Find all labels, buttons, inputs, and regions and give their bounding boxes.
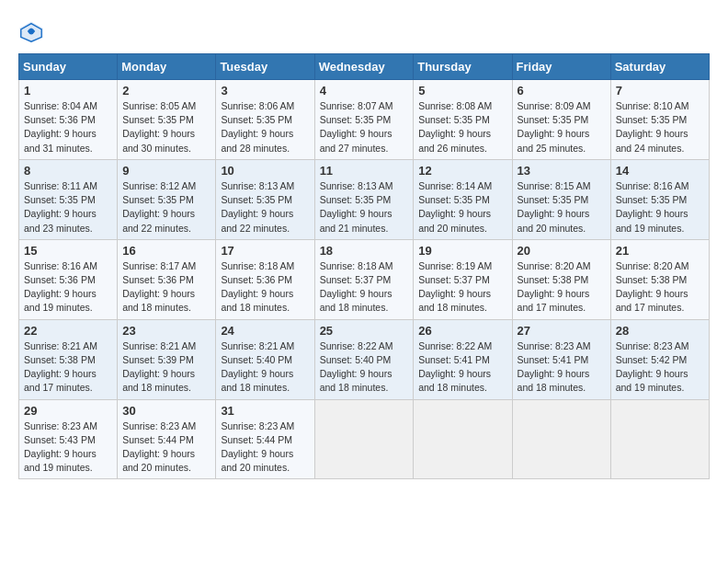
- sunrise: Sunrise: 8:18 AM: [221, 260, 294, 271]
- sunset: Sunset: 5:39 PM: [122, 354, 194, 365]
- day-cell: 1 Sunrise: 8:04 AM Sunset: 5:36 PM Dayli…: [19, 80, 118, 160]
- day-info: Sunrise: 8:21 AM Sunset: 5:39 PM Dayligh…: [122, 339, 210, 396]
- week-row-2: 8 Sunrise: 8:11 AM Sunset: 5:35 PM Dayli…: [19, 159, 710, 239]
- daylight: Daylight: 9 hours and 19 minutes.: [616, 368, 688, 393]
- day-cell: 2 Sunrise: 8:05 AM Sunset: 5:35 PM Dayli…: [118, 80, 216, 160]
- sunrise: Sunrise: 8:15 AM: [518, 180, 591, 191]
- daylight: Daylight: 9 hours and 30 minutes.: [122, 128, 195, 153]
- day-info: Sunrise: 8:18 AM Sunset: 5:37 PM Dayligh…: [320, 259, 409, 316]
- sunset: Sunset: 5:41 PM: [418, 354, 490, 365]
- day-number: 16: [122, 244, 210, 258]
- daylight: Daylight: 9 hours and 26 minutes.: [418, 128, 491, 153]
- day-number: 14: [616, 164, 704, 178]
- sunrise: Sunrise: 8:13 AM: [320, 180, 393, 191]
- day-cell: [610, 399, 709, 479]
- day-info: Sunrise: 8:19 AM Sunset: 5:37 PM Dayligh…: [418, 259, 506, 316]
- sunset: Sunset: 5:35 PM: [418, 194, 490, 205]
- day-number: 13: [518, 164, 606, 178]
- day-number: 22: [24, 324, 112, 338]
- day-info: Sunrise: 8:18 AM Sunset: 5:36 PM Dayligh…: [221, 259, 309, 316]
- day-number: 26: [418, 324, 506, 338]
- day-info: Sunrise: 8:16 AM Sunset: 5:36 PM Dayligh…: [24, 259, 112, 316]
- day-number: 9: [122, 164, 210, 178]
- day-number: 27: [518, 324, 606, 338]
- day-number: 31: [221, 404, 309, 418]
- day-info: Sunrise: 8:13 AM Sunset: 5:35 PM Dayligh…: [221, 179, 309, 236]
- day-info: Sunrise: 8:16 AM Sunset: 5:35 PM Dayligh…: [616, 179, 704, 236]
- sunrise: Sunrise: 8:23 AM: [24, 420, 97, 431]
- day-number: 20: [518, 244, 606, 258]
- sunset: Sunset: 5:36 PM: [24, 274, 96, 285]
- sunset: Sunset: 5:42 PM: [616, 354, 688, 365]
- day-number: 4: [320, 84, 409, 98]
- day-info: Sunrise: 8:17 AM Sunset: 5:36 PM Dayligh…: [122, 259, 210, 316]
- day-cell: 21 Sunrise: 8:20 AM Sunset: 5:38 PM Dayl…: [610, 239, 709, 319]
- daylight: Daylight: 9 hours and 18 minutes.: [221, 288, 293, 313]
- daylight: Daylight: 9 hours and 18 minutes.: [418, 368, 491, 393]
- sunset: Sunset: 5:40 PM: [320, 354, 392, 365]
- day-info: Sunrise: 8:11 AM Sunset: 5:35 PM Dayligh…: [24, 179, 112, 236]
- day-cell: 9 Sunrise: 8:12 AM Sunset: 5:35 PM Dayli…: [118, 159, 216, 239]
- sunrise: Sunrise: 8:20 AM: [616, 260, 689, 271]
- sunset: Sunset: 5:36 PM: [122, 274, 194, 285]
- sunrise: Sunrise: 8:04 AM: [24, 100, 97, 111]
- sunset: Sunset: 5:43 PM: [24, 434, 96, 445]
- sunrise: Sunrise: 8:23 AM: [122, 420, 196, 431]
- sunrise: Sunrise: 8:16 AM: [24, 260, 97, 271]
- col-header-tuesday: Tuesday: [216, 54, 314, 80]
- day-info: Sunrise: 8:21 AM Sunset: 5:40 PM Dayligh…: [221, 339, 309, 396]
- day-number: 28: [616, 324, 704, 338]
- day-cell: 27 Sunrise: 8:23 AM Sunset: 5:41 PM Dayl…: [512, 319, 610, 399]
- sunset: Sunset: 5:40 PM: [221, 354, 292, 365]
- day-info: Sunrise: 8:22 AM Sunset: 5:41 PM Dayligh…: [418, 339, 506, 396]
- day-cell: 12 Sunrise: 8:14 AM Sunset: 5:35 PM Dayl…: [414, 159, 512, 239]
- day-info: Sunrise: 8:08 AM Sunset: 5:35 PM Dayligh…: [418, 99, 506, 155]
- week-row-5: 29 Sunrise: 8:23 AM Sunset: 5:43 PM Dayl…: [19, 399, 710, 479]
- sunset: Sunset: 5:35 PM: [122, 114, 194, 125]
- day-cell: 17 Sunrise: 8:18 AM Sunset: 5:36 PM Dayl…: [216, 239, 314, 319]
- sunrise: Sunrise: 8:10 AM: [616, 100, 689, 111]
- daylight: Daylight: 9 hours and 22 minutes.: [122, 208, 195, 233]
- day-number: 23: [122, 324, 210, 338]
- sunrise: Sunrise: 8:11 AM: [24, 180, 97, 191]
- sunrise: Sunrise: 8:22 AM: [418, 340, 492, 351]
- day-cell: 5 Sunrise: 8:08 AM Sunset: 5:35 PM Dayli…: [414, 80, 512, 160]
- day-cell: 19 Sunrise: 8:19 AM Sunset: 5:37 PM Dayl…: [414, 239, 512, 319]
- day-cell: 26 Sunrise: 8:22 AM Sunset: 5:41 PM Dayl…: [414, 319, 512, 399]
- day-number: 8: [24, 164, 112, 178]
- day-cell: 31 Sunrise: 8:23 AM Sunset: 5:44 PM Dayl…: [216, 399, 314, 479]
- daylight: Daylight: 9 hours and 17 minutes.: [24, 368, 97, 393]
- sunset: Sunset: 5:44 PM: [122, 434, 194, 445]
- day-cell: 22 Sunrise: 8:21 AM Sunset: 5:38 PM Dayl…: [19, 319, 118, 399]
- day-info: Sunrise: 8:14 AM Sunset: 5:35 PM Dayligh…: [418, 179, 506, 236]
- sunset: Sunset: 5:35 PM: [418, 114, 490, 125]
- day-info: Sunrise: 8:07 AM Sunset: 5:35 PM Dayligh…: [320, 99, 409, 155]
- sunrise: Sunrise: 8:06 AM: [221, 100, 294, 111]
- day-info: Sunrise: 8:04 AM Sunset: 5:36 PM Dayligh…: [24, 99, 112, 155]
- sunrise: Sunrise: 8:23 AM: [518, 340, 591, 351]
- day-info: Sunrise: 8:20 AM Sunset: 5:38 PM Dayligh…: [616, 259, 704, 316]
- day-info: Sunrise: 8:22 AM Sunset: 5:40 PM Dayligh…: [320, 339, 409, 396]
- sunrise: Sunrise: 8:18 AM: [320, 260, 393, 271]
- day-cell: [314, 399, 414, 479]
- col-header-sunday: Sunday: [19, 54, 118, 80]
- daylight: Daylight: 9 hours and 17 minutes.: [616, 288, 688, 313]
- day-cell: 24 Sunrise: 8:21 AM Sunset: 5:40 PM Dayl…: [216, 319, 314, 399]
- day-number: 2: [122, 84, 210, 98]
- day-info: Sunrise: 8:23 AM Sunset: 5:44 PM Dayligh…: [122, 419, 210, 476]
- day-info: Sunrise: 8:20 AM Sunset: 5:38 PM Dayligh…: [518, 259, 606, 316]
- day-info: Sunrise: 8:23 AM Sunset: 5:41 PM Dayligh…: [518, 339, 606, 396]
- sunrise: Sunrise: 8:16 AM: [616, 180, 689, 191]
- day-cell: 25 Sunrise: 8:22 AM Sunset: 5:40 PM Dayl…: [314, 319, 414, 399]
- sunrise: Sunrise: 8:23 AM: [616, 340, 689, 351]
- sunset: Sunset: 5:35 PM: [616, 194, 688, 205]
- day-number: 30: [122, 404, 210, 418]
- week-row-1: 1 Sunrise: 8:04 AM Sunset: 5:36 PM Dayli…: [19, 80, 710, 160]
- sunset: Sunset: 5:35 PM: [518, 114, 589, 125]
- col-header-saturday: Saturday: [610, 54, 709, 80]
- col-header-friday: Friday: [512, 54, 610, 80]
- daylight: Daylight: 9 hours and 18 minutes.: [418, 288, 491, 313]
- day-info: Sunrise: 8:09 AM Sunset: 5:35 PM Dayligh…: [518, 99, 606, 155]
- day-info: Sunrise: 8:23 AM Sunset: 5:44 PM Dayligh…: [221, 419, 309, 476]
- day-number: 6: [518, 84, 606, 98]
